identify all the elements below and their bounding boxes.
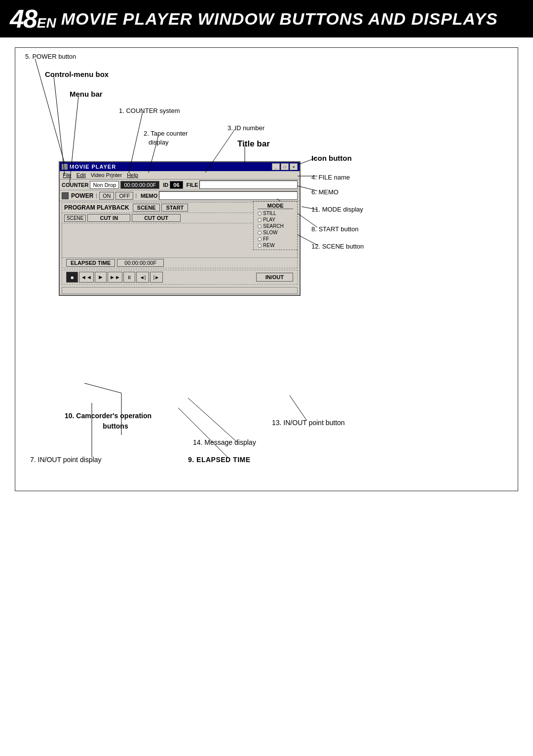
radio-search[interactable] [258, 224, 262, 228]
elapsed-time-bottom-label: 9. ELAPSED TIME [188, 456, 251, 464]
transport-row: ■ ◄◄ ► ►► ⏸ ◄| |► IN/OUT [62, 270, 298, 285]
menu-help[interactable]: Help [127, 172, 138, 178]
file-input[interactable] [199, 180, 298, 189]
inout-button[interactable]: IN/OUT [256, 273, 293, 282]
inout-point-display-label: 7. IN/OUT point display [30, 456, 101, 464]
cut-in-button[interactable]: CUT IN [87, 214, 130, 222]
player-titlebar: MOVIE PLAYER _ □ × [60, 162, 300, 171]
elapsed-value: 00:00:00:00F [117, 259, 164, 267]
step-forward-button[interactable]: |► [150, 272, 163, 283]
svg-line-16 [178, 408, 228, 457]
step-back-button[interactable]: ◄| [136, 272, 149, 283]
radio-still[interactable] [258, 212, 262, 216]
movie-icon [62, 164, 68, 170]
mode-rew: REW [258, 242, 293, 249]
svg-line-17 [290, 396, 306, 420]
menu-video-printer[interactable]: Video Printer [91, 172, 122, 178]
mode-play: PLAY [258, 216, 293, 223]
counter-system-label: 1. COUNTER system [119, 107, 180, 114]
mode-display-label: 11. MODE display [311, 206, 363, 213]
player-window: MOVIE PLAYER _ □ × File Edit Video Print… [59, 161, 301, 296]
scene-small-label: SCENE [64, 215, 86, 222]
camcorders-operation-label: 10. Camcorder's operation buttons 10. Ca… [65, 411, 152, 432]
mode-slow: SLOW [258, 229, 293, 236]
radio-rew[interactable] [258, 244, 262, 248]
play-button[interactable]: ► [95, 272, 107, 283]
rewind-button[interactable]: ◄◄ [79, 272, 94, 283]
maximize-button[interactable]: □ [281, 163, 289, 170]
counter-label: COUNTER [62, 182, 88, 188]
memo-input[interactable] [159, 191, 298, 200]
id-number-label: 3. ID number [228, 124, 265, 132]
player-menubar: File Edit Video Printer Help [60, 171, 300, 180]
file-name-label: 4. FILE name [311, 174, 350, 181]
inout-point-button-label: 13. IN/OUT point button [272, 419, 345, 427]
svg-line-18 [188, 398, 237, 442]
minimize-button[interactable]: _ [272, 163, 280, 170]
radio-slow[interactable] [258, 231, 262, 235]
svg-line-14 [84, 383, 121, 393]
pause-button[interactable]: ⏸ [123, 272, 135, 283]
page-title: MOVIE PLAYER WINDOW BUTTONS AND DISPLAYS [61, 9, 498, 29]
mode-title: MODE [258, 203, 293, 209]
tape-counter-label: 2. Tape counter display [144, 129, 188, 147]
power-row: POWER | ON OFF | MEMO [60, 190, 300, 201]
program-playback-label: PROGRAM PLAYBACK [64, 204, 129, 211]
close-button[interactable]: × [290, 163, 298, 170]
radio-play[interactable] [258, 218, 262, 222]
player-title: MOVIE PLAYER [70, 164, 116, 170]
message-display-label: 14. Message display [193, 438, 256, 446]
cut-out-button[interactable]: CUT OUT [132, 214, 181, 222]
menu-bar-label: Menu bar [70, 90, 103, 98]
on-button[interactable]: ON [99, 192, 114, 200]
mode-search: SEARCH [258, 223, 293, 229]
icon-button-label: Icon button [311, 154, 352, 162]
id-value[interactable]: 06 [170, 181, 183, 189]
off-button[interactable]: OFF [115, 192, 133, 200]
control-menu-box-label: Control-menu box [45, 70, 109, 78]
elapsed-row: ELAPSED TIME 00:00:00:00F [62, 258, 298, 268]
svg-line-1 [54, 76, 65, 175]
start-button-label: 8. START button [311, 225, 358, 233]
memo-text: MEMO [141, 193, 157, 199]
stop-button[interactable]: ■ [66, 272, 78, 283]
power-button-label: 5. POWER button [25, 53, 76, 60]
start-button[interactable]: START [161, 204, 188, 212]
scene-button[interactable]: SCENE [133, 204, 160, 212]
titlebar-icons: _ □ × [272, 163, 298, 170]
file-label: FILE [187, 182, 198, 188]
power-text: POWER [71, 192, 93, 199]
counter-value: 00:00:00:00F [120, 181, 159, 189]
menu-edit[interactable]: Edit [76, 172, 86, 178]
page-number: 48 EN [10, 4, 56, 34]
mode-still: STILL [258, 210, 293, 216]
program-section: PROGRAM PLAYBACK SCENE START SCENE CUT I… [60, 201, 300, 295]
page-header: 48 EN MOVIE PLAYER WINDOW BUTTONS AND DI… [0, 0, 533, 37]
counter-row: COUNTER Non Drop 00:00:00:00F ID 06 FILE [60, 180, 300, 190]
id-label: ID [163, 182, 168, 188]
scene-button-label: 12. SCENE button [311, 243, 364, 250]
elapsed-label: ELAPSED TIME [66, 259, 115, 267]
fast-forward-button[interactable]: ►► [108, 272, 122, 283]
radio-ff[interactable] [258, 237, 262, 241]
message-display-area [62, 287, 298, 294]
mode-panel: MODE STILL PLAY SEARCH SLOW [253, 201, 298, 250]
menu-file[interactable]: File [63, 172, 72, 178]
content-area: 5. POWER button Control-menu box Menu ba… [15, 47, 518, 491]
counter-mode[interactable]: Non Drop [90, 181, 119, 189]
power-icon [62, 192, 69, 199]
mode-ff: FF [258, 236, 293, 242]
title-bar-label: Title bar [237, 139, 270, 149]
memo-label-ann: 6. MEMO [311, 188, 339, 196]
